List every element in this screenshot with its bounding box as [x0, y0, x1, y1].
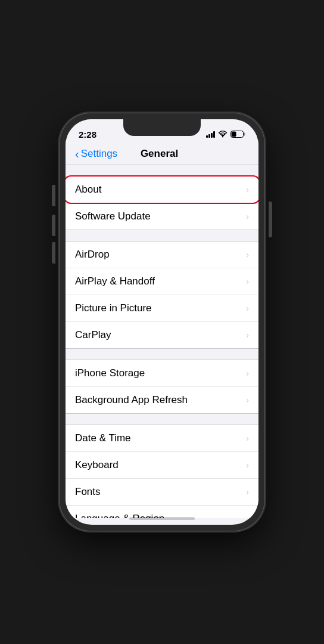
settings-row-fonts[interactable]: Fonts › — [66, 479, 258, 506]
section-gap-4 — [66, 414, 258, 425]
settings-group-3: iPhone Storage › Background App Refresh … — [66, 349, 258, 414]
settings-row-carplay[interactable]: CarPlay › — [66, 322, 258, 348]
row-right-iphone-storage: › — [246, 369, 249, 378]
settings-row-airplay-handoff[interactable]: AirPlay & Handoff › — [66, 268, 258, 295]
settings-row-picture-in-picture[interactable]: Picture in Picture › — [66, 295, 258, 322]
row-right-airdrop: › — [246, 250, 249, 259]
chevron-icon-fonts: › — [246, 487, 249, 497]
settings-row-background-app-refresh[interactable]: Background App Refresh › — [66, 387, 258, 413]
settings-group-1: About › Software Update › — [66, 165, 258, 230]
row-right-fonts: › — [246, 487, 249, 497]
row-label-date-time: Date & Time — [75, 432, 131, 444]
battery-icon — [230, 131, 245, 138]
settings-row-date-time[interactable]: Date & Time › — [66, 425, 258, 452]
signal-icon — [206, 131, 215, 138]
chevron-icon-airplay-handoff: › — [246, 277, 249, 286]
chevron-icon-date-time: › — [246, 434, 249, 443]
row-right-carplay: › — [246, 330, 249, 340]
settings-row-iphone-storage[interactable]: iPhone Storage › — [66, 360, 258, 387]
status-time: 2:28 — [79, 129, 96, 140]
wifi-icon — [218, 131, 228, 138]
phone-frame: 2:28 — [60, 113, 264, 531]
page-title: General — [141, 148, 178, 160]
settings-row-keyboard[interactable]: Keyboard › — [66, 452, 258, 479]
row-right-date-time: › — [246, 434, 249, 443]
chevron-icon-picture-in-picture: › — [246, 304, 249, 313]
chevron-icon-language-region: › — [246, 514, 249, 518]
row-label-fonts: Fonts — [75, 486, 101, 498]
row-right-airplay-handoff: › — [246, 277, 249, 286]
home-indicator — [129, 517, 195, 520]
status-icons — [206, 131, 245, 138]
chevron-icon-software-update: › — [246, 212, 249, 221]
section-gap-2 — [66, 230, 258, 241]
chevron-icon-airdrop: › — [246, 250, 249, 259]
section-list-4: Date & Time › Keyboard › Fonts — [66, 425, 258, 518]
svg-rect-2 — [244, 133, 245, 136]
row-label-background-app-refresh: Background App Refresh — [75, 394, 188, 406]
svg-rect-3 — [232, 132, 236, 137]
back-label: Settings — [81, 148, 117, 160]
chevron-icon-carplay: › — [246, 330, 249, 340]
chevron-icon-keyboard: › — [246, 460, 249, 470]
section-list-1: About › Software Update › — [66, 176, 258, 230]
row-label-airplay-handoff: AirPlay & Handoff — [75, 275, 155, 287]
section-list-3: iPhone Storage › Background App Refresh … — [66, 360, 258, 414]
settings-row-about[interactable]: About › — [66, 177, 258, 203]
section-list-2: AirDrop › AirPlay & Handoff › Picture in… — [66, 241, 258, 349]
back-button[interactable]: ‹ Settings — [75, 148, 117, 160]
settings-row-language-region[interactable]: Language & Region › — [66, 506, 258, 518]
row-label-about: About — [75, 184, 101, 196]
svg-point-0 — [222, 137, 223, 138]
settings-scroll[interactable]: About › Software Update › — [66, 165, 258, 518]
row-label-keyboard: Keyboard — [75, 459, 119, 471]
row-right-language-region: › — [246, 514, 249, 518]
row-right-background-app-refresh: › — [246, 395, 249, 405]
settings-row-software-update[interactable]: Software Update › — [66, 203, 258, 230]
row-label-picture-in-picture: Picture in Picture — [75, 302, 152, 314]
section-gap — [66, 165, 258, 176]
row-right-software-update: › — [246, 212, 249, 221]
row-label-software-update: Software Update — [75, 210, 151, 222]
row-right-about: › — [246, 185, 249, 194]
section-gap-3 — [66, 349, 258, 360]
chevron-icon-iphone-storage: › — [246, 369, 249, 378]
row-label-airdrop: AirDrop — [75, 249, 110, 261]
settings-group-2: AirDrop › AirPlay & Handoff › Picture in… — [66, 230, 258, 349]
notch — [123, 119, 201, 136]
row-right-keyboard: › — [246, 460, 249, 470]
chevron-icon-background-app-refresh: › — [246, 395, 249, 405]
row-label-carplay: CarPlay — [75, 329, 111, 341]
row-right-picture-in-picture: › — [246, 304, 249, 313]
row-label-iphone-storage: iPhone Storage — [75, 367, 145, 379]
settings-group-4: Date & Time › Keyboard › Fonts — [66, 414, 258, 518]
phone-screen: 2:28 — [66, 119, 258, 525]
back-chevron-icon: ‹ — [75, 148, 79, 160]
nav-bar: ‹ Settings General — [66, 145, 258, 165]
chevron-icon-about: › — [246, 185, 249, 194]
settings-row-airdrop[interactable]: AirDrop › — [66, 242, 258, 268]
